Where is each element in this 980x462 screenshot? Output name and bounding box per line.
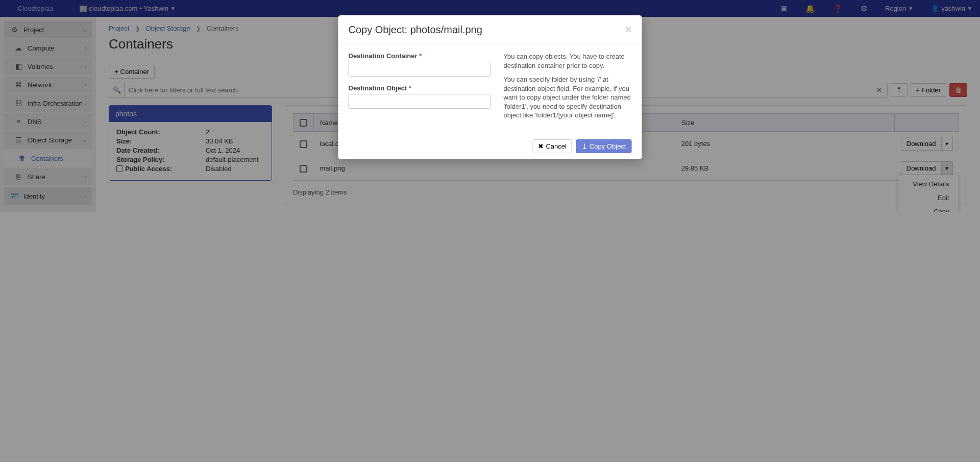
modal-title: Copy Object: photos/mail.png xyxy=(349,24,625,36)
label-dest-object: Destination Object * xyxy=(349,84,491,92)
help-text-1: You can copy objects. You have to create… xyxy=(503,52,631,70)
label-dest-container: Destination Container * xyxy=(349,52,491,60)
copy-object-modal: Copy Object: photos/mail.png × Destinati… xyxy=(338,15,642,159)
dest-object-input[interactable] xyxy=(349,94,491,109)
x-icon: ✖ xyxy=(538,142,544,150)
help-text-2: You can specify folder by using '/' at d… xyxy=(503,75,631,120)
copy-object-submit-button[interactable]: ⤓ Copy Object xyxy=(576,139,632,153)
modal-close-button[interactable]: × xyxy=(625,23,632,36)
upload-icon: ⤓ xyxy=(582,142,587,150)
cancel-button[interactable]: ✖ Cancel xyxy=(532,139,572,153)
dest-container-input[interactable] xyxy=(349,62,491,77)
